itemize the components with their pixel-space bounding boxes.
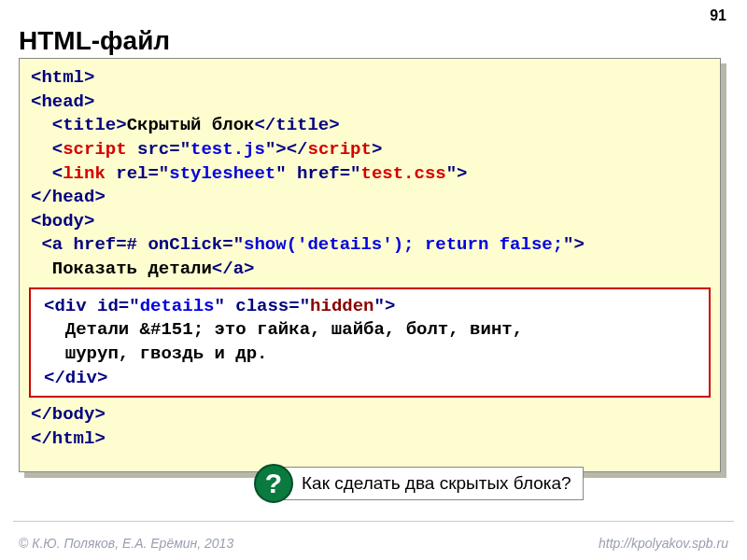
code-line: <script src="test.js"></script> xyxy=(31,138,709,162)
page-title: HTML-файл xyxy=(19,26,170,56)
code-line: <a href=# onClick="show('details'); retu… xyxy=(31,233,709,258)
tag: <div id=" xyxy=(44,296,140,316)
code-line: <title>Скрытый блок</title> xyxy=(31,114,709,138)
code-line: Показать детали</a> xyxy=(31,258,709,282)
tag: </a> xyxy=(212,259,255,279)
footer-divider xyxy=(13,521,734,522)
tag: " class=" xyxy=(214,296,310,316)
tag: <html> xyxy=(31,67,94,88)
code-line: </head> xyxy=(31,186,709,210)
footer-copyright: © К.Ю. Поляков, Е.А. Ерёмин, 2013 xyxy=(19,536,233,551)
tag: </body> xyxy=(31,404,106,425)
text: Показать детали xyxy=(31,259,212,279)
value: details xyxy=(140,296,215,316)
code-block: <html> <head> <title>Скрытый блок</title… xyxy=(19,58,721,472)
tag: "> xyxy=(446,163,468,184)
tag: "> xyxy=(374,296,396,316)
code-line: <head> xyxy=(31,91,709,115)
text: шуруп, гвоздь и др. xyxy=(44,343,267,364)
value: test.css xyxy=(361,163,446,184)
value: show('details'); return false; xyxy=(244,234,563,255)
text: Детали &#151; это гайка, шайба, болт, ви… xyxy=(44,319,523,340)
tag: "></ xyxy=(265,139,308,160)
value: stylesheet xyxy=(169,163,275,184)
value: hidden xyxy=(310,296,374,316)
tag: < xyxy=(31,163,63,184)
tag: <a href=# onClick=" xyxy=(31,234,244,255)
keyword: link xyxy=(63,163,106,184)
question-callout: ? Как сделать два скрытых блока? xyxy=(254,464,584,503)
code-line: </html> xyxy=(31,427,709,452)
tag: < xyxy=(31,139,63,160)
page-number: 91 xyxy=(710,7,726,24)
keyword: script xyxy=(308,139,372,160)
question-text: Как сделать два скрытых блока? xyxy=(275,467,584,500)
text: Скрытый блок xyxy=(127,115,255,135)
tag: "> xyxy=(563,234,585,255)
keyword: script xyxy=(63,139,126,160)
code-line: <div id="details" class="hidden"> xyxy=(44,295,696,319)
code-line: Детали &#151; это гайка, шайба, болт, ви… xyxy=(44,318,696,343)
tag: </title> xyxy=(254,115,339,135)
tag: <head> xyxy=(31,91,94,112)
code-line: <link rel="stylesheet" href="test.css"> xyxy=(31,162,709,187)
highlighted-code-box: <div id="details" class="hidden"> Детали… xyxy=(29,287,711,399)
value: test.js xyxy=(190,139,265,160)
tag: " href=" xyxy=(275,163,360,184)
tag: <body> xyxy=(31,211,94,231)
tag: </html> xyxy=(31,428,106,449)
tag: > xyxy=(372,139,382,160)
code-line: <body> xyxy=(31,210,709,234)
tag: rel=" xyxy=(106,163,169,184)
tag: </head> xyxy=(31,187,106,207)
question-mark-icon: ? xyxy=(254,464,293,503)
tag: <title> xyxy=(31,115,127,135)
code-line: <html> xyxy=(31,66,709,91)
tag: </div> xyxy=(44,368,107,388)
footer-url: http://kpolyakov.spb.ru xyxy=(599,536,728,551)
code-line: шуруп, гвоздь и др. xyxy=(44,343,696,367)
code-line: </body> xyxy=(31,403,709,427)
code-line: </div> xyxy=(44,367,696,391)
tag: src=" xyxy=(127,139,190,160)
